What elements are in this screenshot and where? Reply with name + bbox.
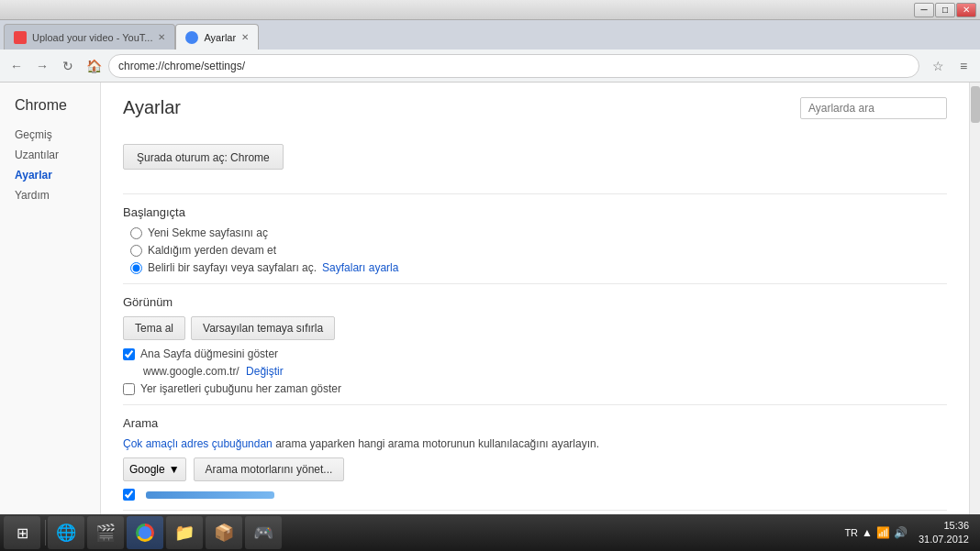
scrollbar-thumb[interactable]: [971, 86, 980, 123]
sidebar: Chrome Geçmiş Uzantılar Ayarlar Yardım: [0, 83, 101, 514]
search-engine-label: Google: [129, 463, 165, 476]
home-url-row: www.google.com.tr/ Değiştir: [143, 365, 947, 378]
back-button[interactable]: ←: [6, 55, 28, 77]
browser-window: ─ □ ✕ Upload your video - YouT... ✕ Ayar…: [0, 0, 980, 514]
address-text: chrome://chrome/settings/: [118, 60, 245, 72]
sidebar-title: Chrome: [15, 97, 100, 114]
search-engine-row: Google ▼ Arama motorlarını yönet...: [123, 457, 947, 481]
startup-radio-new-tab[interactable]: [130, 227, 142, 239]
taskbar-explorer-icon: 📁: [174, 523, 195, 543]
taskbar-tray-icons: TR ▲ 📶 🔊: [841, 526, 911, 539]
sidebar-item-settings[interactable]: Ayarlar: [15, 165, 100, 185]
search-checkbox-row: [123, 489, 947, 501]
search-section-title: Arama: [123, 416, 947, 430]
settings-title: Ayarlar: [123, 97, 181, 118]
startup-options: Yeni Sekme sayfasını aç Kaldığım yerden …: [130, 226, 947, 274]
taskbar-game-icon: 🎮: [253, 523, 273, 543]
startup-option-continue: Kaldığım yerden devam et: [130, 244, 947, 257]
scrollbar-track[interactable]: [969, 83, 980, 514]
start-button[interactable]: ⊞: [4, 516, 40, 549]
tab-youtube-label: Upload your video - YouT...: [32, 32, 152, 43]
title-bar: ─ □ ✕: [0, 0, 980, 20]
tray-network-icon: ▲: [862, 526, 873, 539]
reload-button[interactable]: ↻: [57, 55, 79, 77]
taskbar: ⊞ 🌐 🎬 📁 📦 🎮 TR ▲ 📶 🔊 15:36 31.07.2012: [0, 514, 980, 551]
appearance-section-title: Görünüm: [123, 295, 947, 309]
tab-youtube-close[interactable]: ✕: [158, 32, 165, 42]
tray-language: TR: [844, 527, 858, 538]
startup-pages-link[interactable]: Sayfaları ayarla: [322, 261, 398, 274]
tray-wifi-icon: 📶: [876, 526, 890, 539]
signin-chrome-button[interactable]: Şurada oturum aç: Chrome: [123, 144, 284, 170]
star-icon[interactable]: ☆: [927, 55, 949, 77]
search-container: [800, 97, 947, 119]
dropdown-arrow-icon: ▼: [169, 463, 180, 476]
startup-label-new-tab: Yeni Sekme sayfasını aç: [148, 226, 268, 239]
search-prediction-checkbox[interactable]: [123, 489, 135, 501]
omnibox-link[interactable]: Çok amaçlı adres çubuğundan: [123, 437, 273, 450]
tab-settings-close[interactable]: ✕: [241, 32, 249, 42]
startup-radio-specific[interactable]: [130, 262, 142, 274]
tab-youtube[interactable]: Upload your video - YouT... ✕: [4, 24, 175, 50]
tab-settings-label: Ayarlar: [204, 32, 236, 43]
startup-section-title: Başlangıçta: [123, 205, 947, 219]
address-bar[interactable]: chrome://chrome/settings/: [108, 54, 919, 78]
home-button[interactable]: 🏠: [83, 55, 105, 77]
taskbar-explorer-button[interactable]: 📁: [166, 516, 203, 549]
show-home-checkbox[interactable]: [123, 348, 135, 360]
taskbar-media-button[interactable]: 🎬: [87, 516, 124, 549]
taskbar-clock[interactable]: 15:36 31.07.2012: [911, 519, 976, 547]
content-area: Chrome Geçmiş Uzantılar Ayarlar Yardım A…: [0, 83, 980, 514]
settings-search-input[interactable]: [800, 97, 947, 119]
tab-settings[interactable]: Ayarlar ✕: [175, 24, 259, 50]
appearance-buttons: Tema al Varsayılan temaya sıfırla: [123, 316, 947, 340]
menu-icon[interactable]: ≡: [952, 55, 974, 77]
home-url-text: www.google.com.tr/: [143, 365, 239, 378]
taskbar-game-button[interactable]: 🎮: [245, 516, 282, 549]
tab-favicon-youtube: [14, 31, 27, 44]
tray-volume-icon: 🔊: [894, 526, 908, 539]
toolbar: ← → ↻ 🏠 chrome://chrome/settings/ ☆ ≡: [0, 50, 980, 83]
show-home-item: Ana Sayfa düğmesini göster: [123, 347, 947, 360]
taskbar-browser-icon: 🌐: [56, 523, 76, 543]
maximize-button[interactable]: □: [935, 3, 955, 17]
startup-option-specific: Belirli bir sayfayı veya sayfaları aç. S…: [130, 261, 947, 274]
manage-search-engines-button[interactable]: Arama motorlarını yönet...: [194, 457, 345, 481]
startup-label-specific: Belirli bir sayfayı veya sayfaları aç.: [148, 261, 317, 274]
settings-main: Ayarlar Yeni Sekme sayfasını aç Şurada o…: [101, 83, 969, 514]
startup-radio-continue[interactable]: [130, 245, 142, 257]
forward-button[interactable]: →: [31, 55, 53, 77]
minimize-button[interactable]: ─: [914, 3, 934, 17]
show-bookmarks-checkbox[interactable]: [123, 383, 135, 395]
reset-theme-button[interactable]: Varsayılan temaya sıfırla: [191, 316, 335, 340]
taskbar-package-icon: 📦: [214, 523, 234, 543]
close-button[interactable]: ✕: [956, 3, 976, 17]
taskbar-media-icon: 🎬: [95, 523, 116, 543]
show-home-label: Ana Sayfa düğmesini göster: [140, 347, 278, 360]
startup-option-new-tab: Yeni Sekme sayfasını aç: [130, 226, 947, 239]
toolbar-right: ☆ ≡: [927, 55, 974, 77]
search-progress-visual: [146, 491, 274, 499]
search-engine-dropdown[interactable]: Google ▼: [123, 457, 186, 481]
show-bookmarks-label: Yer işaretleri çubuğunu her zaman göster: [140, 382, 341, 395]
start-icon: ⊞: [17, 524, 28, 542]
tab-favicon-settings: [185, 31, 198, 44]
tab-bar: Upload your video - YouT... ✕ Ayarlar ✕: [0, 20, 980, 50]
sidebar-item-history[interactable]: Geçmiş: [15, 125, 100, 145]
taskbar-chrome-button[interactable]: [127, 516, 163, 549]
show-bookmarks-item: Yer işaretleri çubuğunu her zaman göster: [123, 382, 947, 395]
theme-button[interactable]: Tema al: [123, 316, 185, 340]
clock-time: 15:36: [919, 519, 969, 533]
sidebar-item-help[interactable]: Yardım: [15, 185, 100, 205]
sidebar-item-extensions[interactable]: Uzantılar: [15, 145, 100, 165]
search-desc-suffix: arama yaparken hangi arama motorunun kul…: [275, 437, 599, 450]
change-home-link[interactable]: Değiştir: [246, 365, 284, 378]
clock-date: 31.07.2012: [919, 533, 969, 546]
taskbar-package-button[interactable]: 📦: [206, 516, 242, 549]
taskbar-separator-1: [45, 520, 46, 545]
taskbar-browser-button[interactable]: 🌐: [48, 516, 84, 549]
window-controls: ─ □ ✕: [914, 3, 976, 17]
search-description: Çok amaçlı adres çubuğundan arama yapark…: [123, 437, 947, 450]
startup-label-continue: Kaldığım yerden devam et: [148, 244, 276, 257]
